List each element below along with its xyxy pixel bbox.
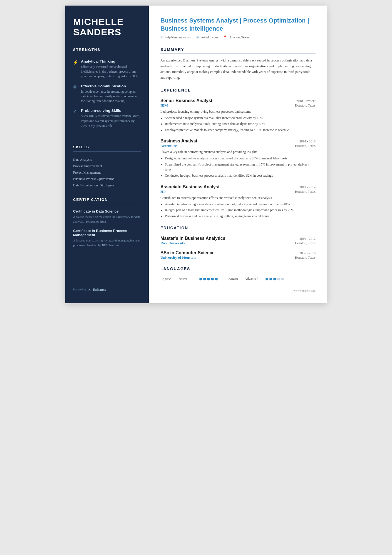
edu-school-row-2: University of Houston Houston, Texas [160, 255, 316, 260]
education-divider [160, 232, 316, 232]
languages-title: LANGUAGES [160, 267, 316, 271]
edu-entry-2: BSc in Computer Science 2006 - 2010 Univ… [160, 250, 316, 260]
communication-icon: ♾ [73, 85, 78, 90]
exp-title-2: Business Analyst [160, 139, 197, 144]
skill-5: Data Visualization · Six Sigma [73, 182, 141, 189]
location-text: Houston, Texas [229, 35, 249, 40]
certification-divider [73, 204, 141, 204]
edu-school-2: University of Houston [160, 255, 196, 260]
dot-en-5 [215, 278, 218, 280]
sidebar: MICHELLE SANDERS STRENGTHS ⚡ Analytical … [65, 6, 149, 303]
linkedin-text: linkedin.com [200, 35, 218, 40]
exp-location-3: Houston, Texas [295, 190, 316, 194]
exp-company-3: HP [160, 189, 166, 194]
brand-name: Enhancv [93, 287, 106, 292]
header-title: Business Systems Analyst | Process Optim… [160, 17, 316, 33]
dot-es-1 [266, 278, 268, 280]
dot-en-3 [207, 278, 210, 280]
skill-2: Process Improvement · [73, 163, 141, 169]
dot-es-4 [277, 278, 280, 280]
cert-title-1: Certificate in Data Science [73, 209, 141, 213]
lang-level-spanish: Advanced [245, 277, 263, 281]
exp-bullet-2-3: Conducted in-depth business process anal… [165, 173, 316, 178]
dot-en-2 [203, 278, 206, 280]
exp-bullets-3: Assisted in introducing a new data visua… [160, 202, 316, 219]
exp-bullet-1-2: Implemented new analytical tools, cuttin… [165, 121, 316, 127]
person-name: MICHELLE SANDERS [73, 17, 141, 38]
exp-bullet-2-1: Designed an innovative analysis process … [165, 156, 316, 161]
lang-item-spanish: Spanish Advanced [227, 277, 284, 281]
languages-divider [160, 273, 316, 273]
lang-level-english: Native [178, 277, 197, 281]
exp-header-2: Business Analyst 2014 - 2018 [160, 139, 316, 144]
exp-bullet-3-2: Integral part of a team that implemented… [165, 208, 316, 213]
skills-section: SKILLS Data Analysis · Process Improveme… [73, 145, 141, 189]
summary-divider [160, 53, 316, 54]
exp-header-1: Senior Business Analyst 2018 - Present [160, 98, 316, 103]
strength-title-3: Problem-solving Skills [81, 108, 141, 113]
experience-title: EXPERIENCE [160, 88, 316, 92]
exp-entry-2: Business Analyst 2014 - 2018 Accenture H… [160, 139, 316, 178]
skills-title: SKILLS [73, 145, 141, 149]
cert-desc-2: A focused course on improving and managi… [73, 238, 141, 247]
cert-desc-1: A course focused on mastering tools nece… [73, 214, 141, 224]
strength-title-1: Analytical Thinking [81, 59, 141, 63]
summary-title: SUMMARY [160, 47, 316, 52]
edu-header-1: Master's in Business Analytics 2010 - 20… [160, 236, 316, 241]
edu-dates-2: 2006 - 2010 [299, 251, 316, 255]
exp-entry-1: Senior Business Analyst 2018 - Present I… [160, 98, 316, 133]
exp-desc-1: Led projects focusing on improving busin… [160, 109, 316, 114]
strength-desc-3: Successfully resolved recurring system i… [81, 114, 141, 128]
exp-bullets-2: Designed an innovative analysis process … [160, 156, 316, 178]
location-icon: 📍 [223, 35, 227, 40]
strength-content-1: Analytical Thinking Effectively identifi… [81, 59, 141, 79]
lang-name-spanish: Spanish [227, 277, 242, 281]
exp-bullets-1: Spearheaded a major system overhaul that… [160, 115, 316, 133]
strength-title-2: Effective Communication [81, 84, 141, 88]
experience-divider [160, 94, 316, 94]
cert-item-2: Certificate in Business Process Manageme… [73, 229, 141, 247]
education-title: EDUCATION [160, 226, 316, 230]
strength-desc-2: In-depth experience in presenting comple… [81, 89, 141, 104]
resume-wrapper: MICHELLE SANDERS STRENGTHS ⚡ Analytical … [65, 6, 327, 303]
exp-bullet-3-1: Assisted in introducing a new data visua… [165, 202, 316, 207]
problem-solving-icon: ✔ [73, 109, 78, 114]
edu-title-2: BSc in Computer Science [160, 250, 215, 255]
skill-4: Business Process Optimization · [73, 176, 141, 182]
exp-header-3: Associate Business Analyst 2012 - 2014 [160, 184, 316, 189]
linkedin-icon: ⊘ [196, 35, 199, 40]
website-label: www.enhancv.com [293, 289, 316, 292]
edu-location-2: Houston, Texas [295, 256, 316, 260]
name-block: MICHELLE SANDERS [73, 17, 141, 38]
exp-bullet-3-3: Performed business and data analysis usi… [165, 214, 316, 219]
strengths-title: STRENGTHS [73, 48, 141, 52]
contact-linkedin: ⊘ linkedin.com [196, 35, 218, 40]
analytical-icon: ⚡ [73, 60, 78, 65]
contact-location: 📍 Houston, Texas [223, 35, 249, 40]
skills-divider [73, 151, 141, 152]
exp-company-row-2: Accenture Houston, Texas [160, 144, 316, 148]
edu-location-1: Houston, Texas [295, 241, 316, 245]
powered-by-label: Powered by [73, 288, 86, 291]
exp-company-row-3: HP Houston, Texas [160, 189, 316, 194]
exp-location-1: Houston, Texas [295, 103, 316, 108]
dot-en-1 [199, 278, 202, 280]
email-text: help@enhancv.com [165, 35, 191, 40]
exp-desc-3: Contributed to process optimization effo… [160, 195, 316, 200]
contact-email: @ help@enhancv.com [160, 35, 191, 40]
exp-location-2: Houston, Texas [295, 144, 316, 148]
strengths-divider [73, 54, 141, 54]
first-name: MICHELLE [73, 16, 124, 27]
lang-dots-spanish [266, 278, 284, 280]
exp-desc-2: Played a key role in performing business… [160, 149, 316, 154]
exp-company-row-1: IBM Houston, Texas [160, 103, 316, 108]
exp-dates-2: 2014 - 2018 [299, 139, 316, 144]
exp-company-1: IBM [160, 103, 168, 108]
sidebar-footer: Powered by ∞ Enhancv [73, 279, 141, 292]
lang-item-english: English Native [160, 277, 218, 281]
edu-entry-1: Master's in Business Analytics 2010 - 20… [160, 236, 316, 245]
exp-bullet-2-2: Streamlined the company's project manage… [165, 162, 316, 172]
dot-en-4 [211, 278, 214, 280]
strength-content-2: Effective Communication In-depth experie… [81, 84, 141, 104]
exp-dates-3: 2012 - 2014 [299, 185, 316, 189]
